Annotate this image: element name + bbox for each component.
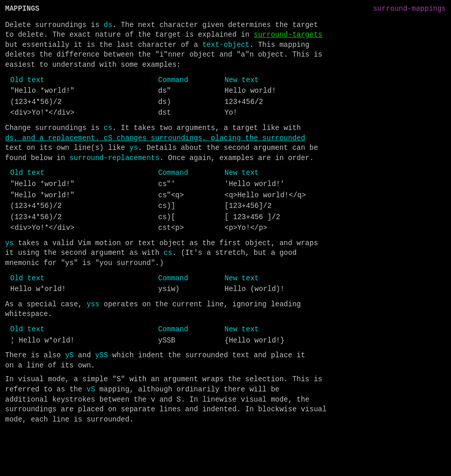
table-2-row-1-old: "Hello *world!"	[10, 191, 158, 201]
intro-line1-post: . The next character given determines th…	[112, 21, 318, 29]
table-1-header-new: New text	[224, 75, 259, 86]
table-3: Old text Command New text Hello w*orld! …	[10, 274, 446, 295]
table-2: Old text Command New text "Hello *world!…	[10, 168, 446, 233]
table-1-row-1-cmd: ds)	[158, 97, 224, 108]
table-row: (123+4*56)/2 cs)[ [ 123+456 ]/2	[10, 213, 446, 223]
surround-targets-link: surround-targets	[254, 31, 322, 39]
ys-keyword-2: ys	[5, 239, 14, 247]
yss-paragraph: As a special case, yss operates on the c…	[5, 300, 446, 320]
vS-keyword: vS	[87, 385, 95, 393]
table-4-header-old: Old text	[10, 325, 158, 335]
table-row: "Hello *world!" ds" Hello world!	[10, 86, 446, 96]
ds-keyword-1: ds	[104, 21, 112, 29]
intro-line4: deletes the difference between the "i"nn…	[5, 50, 322, 59]
change-line2-underline: ds, and a replacement. cS changes surrou…	[5, 134, 305, 142]
intro-line5: easiest to understand with some examples…	[5, 61, 181, 69]
table-2-row-2-cmd: cs)]	[158, 201, 224, 211]
table-4: Old text Command New text ¦ Hello w*orld…	[10, 325, 446, 346]
yss-keyword: yss	[87, 300, 99, 308]
table-4-row-0-new: {Hello world!}	[224, 336, 285, 346]
table-2-row-1-new: <q>Hello world!</q>	[224, 191, 306, 201]
table-3-header-old: Old text	[10, 274, 158, 284]
ys-indent-post: which indent the surrounded text and pla…	[108, 351, 305, 359]
table-2-row-4-old: <div>Yo!*</div>	[10, 223, 158, 233]
table-2-header-new: New text	[224, 168, 259, 178]
table-2-row-1-cmd: cs"<q>	[158, 191, 224, 201]
table-2-header-cmd: Command	[158, 168, 224, 178]
table-1-row-1-old: (123+4*56)/2	[10, 97, 158, 108]
change-pre: Change surroundings is	[5, 124, 104, 132]
ys-line2-post: . (It's a stretch, but a good	[172, 249, 297, 257]
table-2-row-0-new: 'Hello world!'	[224, 179, 285, 190]
table-2-row-0-old: "Hello *world!"	[10, 179, 158, 190]
table-4-header: Old text Command New text	[10, 325, 446, 335]
table-2-row-4-cmd: cst<p>	[158, 223, 224, 233]
table-2-row-2-new: [123+456]/2	[224, 201, 271, 211]
visual-paragraph: In visual mode, a simple "S" with an arg…	[5, 375, 446, 425]
change-post: . It takes two arguments, a target like …	[112, 124, 301, 132]
visual-line2-pre: referred to as the	[5, 385, 87, 393]
ys-pre: takes a valid Vim motion or text object …	[14, 239, 318, 247]
change-line4-post: . Once again, examples are in order.	[159, 154, 313, 162]
table-1-header-cmd: Command	[158, 75, 224, 86]
visual-line2-post: mapping, although ordinarily there will …	[95, 385, 279, 393]
intro-line3-post: . This mapping	[249, 41, 310, 49]
yss-post: operates on the current line, ignoring l…	[99, 300, 301, 308]
table-row: <div>Yo!*</div> cst<p> <p>Yo!</p>	[10, 223, 446, 233]
table-2-header-old: Old text	[10, 168, 158, 178]
table-2-row-3-cmd: cs)[	[158, 213, 224, 223]
ys-indent-mid: and	[73, 351, 95, 359]
text-object-keyword: text-object	[202, 41, 249, 49]
table-3-row-0-cmd: ysiw)	[158, 284, 224, 295]
table-1-header-old: Old text	[10, 75, 158, 86]
ys-indent-paragraph: There is also yS and ySS which indent th…	[5, 351, 446, 371]
table-row: (123+4*56)/2 ds) 123+456/2	[10, 97, 446, 108]
ys-keyword-1: ys	[130, 144, 138, 152]
table-1-row-1-new: 123+456/2	[224, 97, 263, 108]
table-row: "Hello *world!" cs"' 'Hello world!'	[10, 179, 446, 190]
change-line4-pre: found below in	[5, 154, 69, 162]
table-4-row-0-old: ¦ Hello w*orld!	[10, 336, 158, 346]
intro-line1-pre: Delete surroundings is	[5, 21, 104, 29]
table-4-row-0-cmd: ySSB	[158, 336, 224, 346]
table-3-row-0-new: Hello (world)!	[224, 284, 285, 295]
table-3-header-new: New text	[224, 274, 259, 284]
ys-indent-pre: There is also	[5, 351, 65, 359]
ys-line2-pre: it using the second argument as with	[5, 249, 164, 257]
table-1-row-2-cmd: dst	[158, 108, 224, 118]
intro-paragraph: Delete surroundings is ds. The next char…	[5, 20, 446, 70]
change-line3-pre: text on its own line(s) like	[5, 144, 130, 152]
table-2-row-3-old: (123+4*56)/2	[10, 213, 158, 223]
yss-pre: As a special case,	[5, 300, 87, 308]
yss-line2: whitespace.	[5, 310, 52, 318]
table-2-row-4-new: <p>Yo!</p>	[224, 223, 267, 233]
table-1-row-0-new: Hello world!	[224, 86, 276, 96]
table-2-row-2-old: (123+4*56)/2	[10, 201, 158, 211]
surround-replacements-link: surround-replacements	[69, 154, 159, 162]
table-row: "Hello *world!" cs"<q> <q>Hello world!</…	[10, 191, 446, 201]
header-right: surround-mappings	[373, 4, 446, 14]
table-1: Old text Command New text "Hello *world!…	[10, 75, 446, 118]
table-row: ¦ Hello w*orld! ySSB {Hello world!}	[10, 336, 446, 346]
intro-line3-pre: but essentially it is the last character…	[5, 41, 202, 49]
table-row: (123+4*56)/2 cs)] [123+456]/2	[10, 201, 446, 211]
table-row: <div>Yo!*</div> dst Yo!	[10, 108, 446, 118]
table-2-row-0-cmd: cs"'	[158, 179, 224, 190]
visual-line3: additional keystrokes between the v and …	[5, 395, 310, 404]
header-left: MAPPINGS	[5, 4, 39, 14]
table-1-row-2-old: <div>Yo!*</div>	[10, 108, 158, 118]
header: MAPPINGS surround-mappings	[5, 4, 446, 14]
table-4-header-cmd: Command	[158, 325, 224, 335]
ys-line3: mnemonic for "ys" is "you surround".)	[5, 259, 164, 267]
ys-indent-line2: on a line of its own.	[5, 361, 95, 369]
visual-line1: In visual mode, a simple "S" with an arg…	[5, 375, 322, 383]
table-3-header: Old text Command New text	[10, 274, 446, 284]
table-3-header-cmd: Command	[158, 274, 224, 284]
visual-line5: mode, each line is surrounded.	[5, 415, 134, 424]
yS-keyword: yS	[65, 351, 74, 359]
table-1-header: Old text Command New text	[10, 75, 446, 86]
ySS-keyword: ySS	[95, 351, 108, 359]
table-1-row-0-cmd: ds"	[158, 86, 224, 96]
table-3-row-0-old: Hello w*orld!	[10, 284, 158, 295]
change-line3-post: . Details about the second argument can …	[138, 144, 318, 152]
